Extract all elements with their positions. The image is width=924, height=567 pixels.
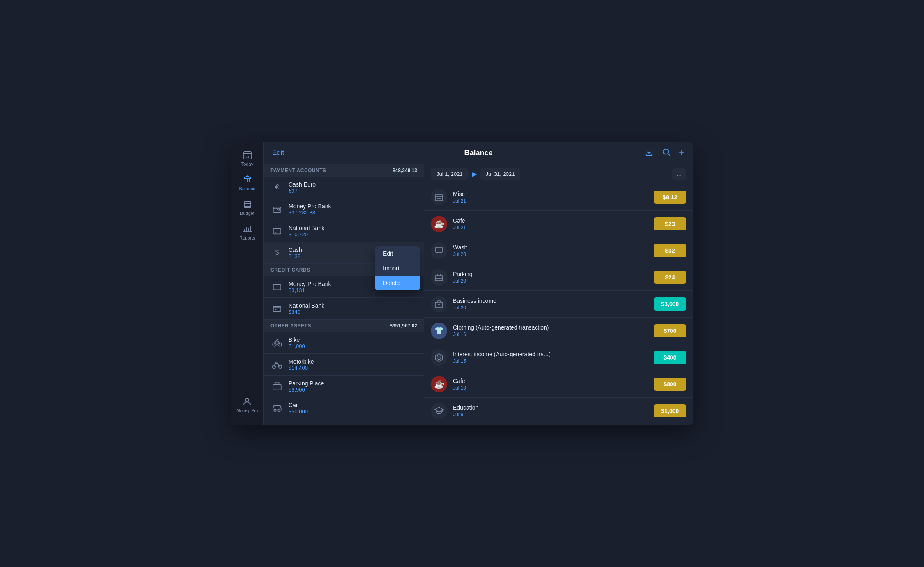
svg-rect-44 (436, 247, 442, 252)
transaction-date: Jul 20 (453, 305, 648, 311)
transaction-parking[interactable]: Parking Jul 20 $24 (424, 264, 693, 291)
transaction-interest[interactable]: Interest income (Auto-generated tra...) … (424, 344, 693, 371)
account-moneypro-bank[interactable]: Money Pro Bank $37,282.88 (264, 198, 424, 220)
account-parking[interactable]: Parking Place $8,900 (264, 376, 424, 397)
card-icon (270, 302, 284, 315)
context-menu-import[interactable]: Import (375, 261, 420, 276)
account-name: National Bank (289, 302, 417, 309)
sidebar-item-moneypro[interactable]: Money Pro (236, 392, 258, 417)
cafe2-icon: ☕ (431, 376, 447, 392)
wallet-icon (270, 203, 284, 216)
transaction-info: Interest income (Auto-generated tra...) … (453, 351, 648, 364)
edit-button[interactable]: Edit (272, 149, 284, 157)
account-name: Parking Place (289, 380, 417, 387)
interest-icon (431, 349, 447, 366)
account-balance: $10,720 (289, 231, 417, 237)
account-cash-euro[interactable]: € Cash Euro €97 (264, 177, 424, 198)
transaction-cafe1[interactable]: ☕ Cafe Jul 21 $23 (424, 211, 693, 237)
date-end-button[interactable]: Jul 31, 2021 (480, 168, 521, 180)
transaction-clothing[interactable]: 👕 Clothing (Auto-generated transaction) … (424, 318, 693, 344)
context-menu: Edit Import Delete (375, 246, 420, 290)
transaction-info: Wash Jul 20 (453, 244, 648, 257)
account-name: Money Pro Bank (289, 203, 417, 210)
other-assets-amount: $351,967.02 (390, 323, 417, 329)
transaction-business[interactable]: Business income Jul 20 $3,600 (424, 291, 693, 318)
transaction-wash[interactable]: Wash Jul 20 $32 (424, 237, 693, 264)
account-name: Bike (289, 337, 417, 343)
wash-icon (431, 242, 447, 259)
account-bike[interactable]: Bike $1,000 (264, 332, 424, 354)
context-menu-delete[interactable]: Delete (375, 276, 420, 290)
account-info: Money Pro Bank $37,282.88 (289, 203, 417, 216)
parking-trans-icon (431, 269, 447, 286)
transaction-education[interactable]: Education Jul 9 $1,000 (424, 398, 693, 424)
transaction-name: Interest income (Auto-generated tra...) (453, 351, 648, 357)
add-icon[interactable]: + (679, 147, 685, 159)
date-start-button[interactable]: Jul 1, 2021 (431, 168, 469, 180)
account-info: Car $50,000 (289, 402, 417, 415)
transactions-header: Jul 1, 2021 ▶ Jul 31, 2021 ... (424, 164, 693, 184)
account-cash[interactable]: $ Cash $132 Edit Import Delete (264, 242, 424, 264)
transaction-date: Jul 15 (453, 358, 648, 364)
context-menu-edit[interactable]: Edit (375, 246, 420, 261)
search-icon[interactable] (662, 148, 671, 159)
transaction-date: Jul 10 (453, 385, 648, 391)
transaction-name: Education (453, 404, 648, 411)
account-balance: $8,900 (289, 387, 417, 393)
payment-accounts-title: PAYMENT ACCOUNTS (270, 168, 326, 173)
transaction-cafe2[interactable]: ☕ Cafe Jul 10 $800 (424, 371, 693, 398)
transaction-date: Jul 16 (453, 332, 648, 337)
account-car[interactable]: Car $50,000 (264, 397, 424, 419)
sidebar-bottom: Money Pro (236, 392, 258, 421)
transaction-date: Jul 21 (453, 198, 648, 204)
sidebar-item-budget[interactable]: Budget (231, 195, 263, 220)
account-balance: $50,000 (289, 408, 417, 415)
account-info: Motorbike $14,400 (289, 358, 417, 371)
payment-accounts-header: PAYMENT ACCOUNTS $48,249.13 (264, 164, 424, 177)
svg-point-39 (274, 409, 276, 411)
transaction-info: Education Jul 9 (453, 404, 648, 417)
sidebar-item-today[interactable]: 21 Today (231, 146, 263, 171)
euro-icon: € (270, 181, 284, 194)
sidebar-item-balance-label: Balance (239, 186, 256, 191)
svg-point-16 (245, 398, 249, 401)
transaction-name: Wash (453, 244, 648, 251)
sidebar-moneypro-label: Money Pro (236, 408, 258, 413)
transaction-date: Jul 20 (453, 278, 648, 284)
account-name: Car (289, 402, 417, 408)
account-balance: $1,000 (289, 343, 417, 349)
transaction-amount: $3,600 (654, 297, 686, 311)
account-cc-national[interactable]: National Bank $340 (264, 298, 424, 320)
parking-icon (270, 380, 284, 393)
svg-rect-21 (273, 229, 281, 234)
transaction-amount: $32 (654, 244, 686, 257)
sidebar-item-balance[interactable]: Balance (231, 171, 263, 195)
more-options-button[interactable]: ... (672, 168, 686, 180)
sidebar-item-reports[interactable]: Reports (231, 220, 263, 244)
account-name: Cash Euro (289, 181, 417, 188)
credit-cards-title: CREDIT CARDS (270, 267, 310, 273)
transaction-amount: $700 (654, 324, 686, 337)
account-motorbike[interactable]: Motorbike $14,400 (264, 354, 424, 376)
account-national-bank[interactable]: National Bank $10,720 (264, 220, 424, 242)
transaction-name: Clothing (Auto-generated transaction) (453, 324, 648, 331)
sidebar-item-budget-label: Budget (240, 211, 254, 216)
transaction-amount: $400 (654, 351, 686, 364)
svg-point-31 (278, 343, 282, 346)
transaction-date: Jul 20 (453, 251, 648, 257)
transaction-amount: $23 (654, 217, 686, 230)
card-icon (270, 280, 284, 293)
page-title: Balance (464, 149, 492, 157)
transaction-info: Clothing (Auto-generated transaction) Ju… (453, 324, 648, 337)
download-icon[interactable] (644, 148, 654, 159)
header: Edit Balance + (264, 142, 693, 164)
transaction-name: Business income (453, 297, 648, 304)
transaction-misc[interactable]: Misc Jul 21 $8.12 (424, 184, 693, 211)
transaction-amount: $24 (654, 271, 686, 284)
transaction-info: Misc Jul 21 (453, 191, 648, 204)
account-info: Parking Place $8,900 (289, 380, 417, 393)
date-arrow-icon: ▶ (472, 170, 477, 178)
account-balance: $340 (289, 309, 417, 315)
account-balance: €97 (289, 188, 417, 194)
clothing-icon: 👕 (431, 323, 447, 339)
